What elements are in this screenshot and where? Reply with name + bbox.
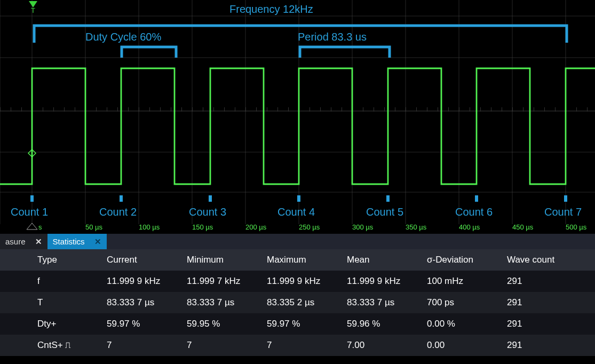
time-tick: 500 µs <box>566 223 586 231</box>
table-row[interactable]: Dty+ 59.97 % 59.95 % 59.97 % 59.96 % 0.0… <box>0 313 595 335</box>
time-tick: 100 µs <box>139 223 160 231</box>
time-tick: 150 µs <box>192 223 213 231</box>
cell-min: 59.95 % <box>181 319 261 329</box>
cell-mean: 83.333 7 µs <box>342 297 422 308</box>
cell-current: 7 <box>101 340 181 351</box>
time-tick: 200 µs <box>245 223 266 231</box>
count-label-4: Count 4 <box>277 206 315 218</box>
panel-tabs: asure ✕ Statistics ✕ <box>0 234 595 249</box>
cell-max: 83.335 2 µs <box>261 297 342 308</box>
tab-measure-label: asure <box>5 237 26 246</box>
cell-wc: 291 <box>502 319 582 329</box>
cell-current: 59.97 % <box>101 319 181 329</box>
close-icon[interactable]: ✕ <box>35 237 42 247</box>
cell-current: 11.999 9 kHz <box>101 276 181 287</box>
cell-wc: 291 <box>502 340 582 351</box>
cell-wc: 291 <box>502 297 582 308</box>
time-tick: 50 µs <box>85 223 102 231</box>
table-row[interactable]: f 11.999 9 kHz 11.999 7 kHz 11.999 9 kHz… <box>0 271 595 292</box>
cell-wc: 291 <box>502 276 582 287</box>
count-label-3: Count 3 <box>189 206 226 218</box>
oscilloscope-display[interactable]: T Frequency 12 <box>0 0 595 234</box>
cell-min: 7 <box>181 340 261 351</box>
col-maximum: Maximum <box>261 255 342 265</box>
col-mean: Mean <box>342 255 422 265</box>
cell-min: 83.333 7 µs <box>181 297 261 308</box>
count-label-6: Count 6 <box>455 206 493 218</box>
time-tick: 400 µs <box>459 223 480 231</box>
count-label-5: Count 5 <box>366 206 403 218</box>
cell-dev: 700 ps <box>422 297 502 308</box>
tab-measure[interactable]: asure ✕ <box>0 234 47 249</box>
cell-max: 7 <box>261 340 342 351</box>
time-tick: 450 µs <box>512 223 533 231</box>
table-header-row: Type Current Minimum Maximum Mean σ-Devi… <box>0 249 595 271</box>
count-label-2: Count 2 <box>99 206 137 218</box>
cell-dev: 0.00 % <box>422 319 502 329</box>
cell-type: CntS+ ⎍ <box>32 340 101 351</box>
annotation-period: Period 83.3 us <box>298 31 367 43</box>
col-current: Current <box>101 255 181 265</box>
count-label-1: Count 1 <box>11 206 48 218</box>
cell-max: 11.999 9 kHz <box>261 276 342 287</box>
time-tick: 350 µs <box>406 223 426 231</box>
col-deviation: σ-Deviation <box>422 255 502 265</box>
annotation-frequency: Frequency 12kHz <box>229 3 313 15</box>
cell-mean: 11.999 9 kHz <box>342 276 422 287</box>
cell-mean: 59.96 % <box>342 319 422 329</box>
statistics-table: Type Current Minimum Maximum Mean σ-Devi… <box>0 249 595 356</box>
time-origin-unit: s <box>38 223 42 231</box>
tab-statistics[interactable]: Statistics ✕ <box>47 234 107 249</box>
cell-dev: 0.00 <box>422 340 502 351</box>
cell-current: 83.333 7 µs <box>101 297 181 308</box>
cell-max: 59.97 % <box>261 319 342 329</box>
col-wavecount: Wave count <box>502 255 582 265</box>
tab-statistics-label: Statistics <box>53 237 85 246</box>
count-label-7: Count 7 <box>544 206 582 218</box>
col-type: Type <box>32 255 101 265</box>
table-row[interactable]: T 83.333 7 µs 83.333 7 µs 83.335 2 µs 83… <box>0 292 595 313</box>
cell-type: T <box>32 297 101 308</box>
cell-type: Dty+ <box>32 319 101 329</box>
col-minimum: Minimum <box>181 255 261 265</box>
cell-dev: 100 mHz <box>422 276 502 287</box>
time-tick: 300 µs <box>352 223 373 231</box>
cell-mean: 7.00 <box>342 340 422 351</box>
close-icon[interactable]: ✕ <box>94 237 101 247</box>
table-row[interactable]: CntS+ ⎍ 7 7 7 7.00 0.00 291 <box>0 335 595 356</box>
cell-type: f <box>32 276 101 287</box>
trigger-marker-label: T <box>31 6 35 14</box>
annotation-duty-cycle: Duty Cycle 60% <box>85 31 161 43</box>
time-tick: 250 µs <box>299 223 320 231</box>
cell-min: 11.999 7 kHz <box>181 276 261 287</box>
